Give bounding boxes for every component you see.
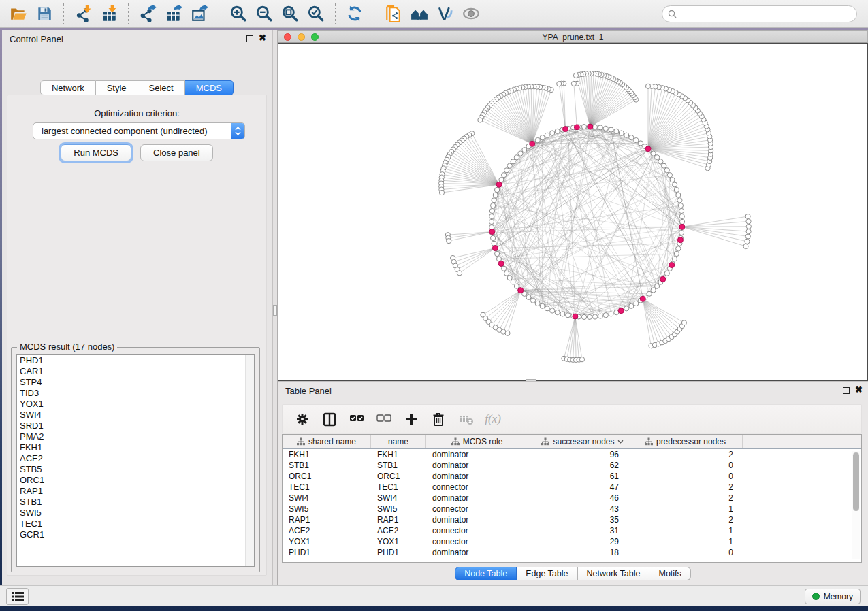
- mcds-result-item[interactable]: CAR1: [17, 366, 254, 377]
- tab-network[interactable]: Network: [40, 80, 96, 95]
- cell-MCDS-role: dominator: [426, 547, 528, 558]
- mcds-result-item[interactable]: PMA2: [17, 431, 254, 442]
- column-header-name[interactable]: name: [371, 435, 426, 448]
- mcds-result-item[interactable]: STP4: [17, 377, 254, 388]
- cell-successor-nodes: 96: [528, 449, 628, 460]
- tab-edge-table[interactable]: Edge Table: [517, 567, 577, 580]
- zoom-selected-icon: [307, 5, 325, 22]
- table-panel-close-icon[interactable]: ✖: [855, 384, 863, 395]
- memory-status-icon: [812, 593, 820, 600]
- cell-predecessor-nodes: 0: [628, 471, 743, 482]
- table-row[interactable]: PHD1PHD1dominator180: [283, 547, 861, 558]
- tab-select[interactable]: Select: [138, 80, 185, 95]
- mcds-result-item[interactable]: TID3: [17, 388, 254, 399]
- column-header-shared-name[interactable]: shared name: [283, 435, 371, 448]
- task-history-button[interactable]: [6, 588, 29, 605]
- cell-shared-name: PHD1: [283, 547, 371, 558]
- search-icon: [668, 10, 677, 18]
- sort-chevron-icon: [617, 440, 624, 444]
- mcds-result-item[interactable]: STB5: [17, 464, 254, 475]
- table-row[interactable]: FKH1FKH1dominator962: [283, 449, 861, 460]
- toolbar-separator: [219, 3, 219, 24]
- table-row[interactable]: ORC1ORC1dominator610: [283, 471, 861, 482]
- first-neighbors-button[interactable]: [406, 2, 432, 25]
- mcds-tab-content: Optimization criterion: largest connecte…: [7, 95, 267, 576]
- mcds-result-item[interactable]: SWI4: [17, 410, 254, 420]
- table-scrollbar[interactable]: [852, 451, 860, 559]
- import-table-button[interactable]: [96, 2, 122, 25]
- graphics-details-eye-button[interactable]: [458, 2, 484, 25]
- mcds-result-item[interactable]: ORC1: [17, 475, 254, 486]
- refresh-layout-button[interactable]: [342, 2, 368, 25]
- select-all-columns-button[interactable]: [347, 409, 367, 429]
- vizmapper-toggle-button[interactable]: [432, 2, 458, 25]
- optimization-criterion-select[interactable]: largest connected component (undirected): [33, 122, 245, 139]
- vertical-splitter-grip[interactable]: [273, 305, 277, 316]
- mcds-result-list[interactable]: PHD1CAR1STP4TID3YOX1SWI4SRD1PMA2FKH1ACE2…: [16, 354, 255, 567]
- table-panel: Table Panel ✖ f(x) shared namenameMCDS r…: [278, 381, 868, 585]
- mcds-result-item[interactable]: SWI5: [17, 508, 254, 518]
- table-row[interactable]: ACE2ACE2connector311: [283, 525, 861, 536]
- tab-motifs[interactable]: Motifs: [649, 567, 690, 580]
- column-type-icon: [297, 437, 305, 446]
- mcds-result-item[interactable]: RAP1: [17, 486, 254, 497]
- close-panel-button[interactable]: Close panel: [140, 144, 213, 161]
- mcds-result-item[interactable]: FKH1: [17, 442, 254, 453]
- add-column-button[interactable]: [401, 409, 421, 429]
- delete-columns-icon: [431, 412, 446, 427]
- zoom-fit-button[interactable]: [277, 2, 303, 25]
- mcds-result-item[interactable]: PHD1: [17, 355, 254, 366]
- export-image-button[interactable]: [187, 2, 212, 25]
- mcds-result-item[interactable]: GCR1: [17, 529, 254, 540]
- zoom-selected-button[interactable]: [303, 2, 329, 25]
- tab-network-table[interactable]: Network Table: [578, 567, 650, 580]
- table-row[interactable]: SWI5SWI5connector431: [283, 503, 861, 514]
- split-panel-button[interactable]: [319, 409, 340, 429]
- column-header-MCDS-role[interactable]: MCDS role: [426, 435, 528, 448]
- cell-name: ACE2: [371, 525, 426, 536]
- export-network-button[interactable]: [135, 2, 161, 25]
- tab-style[interactable]: Style: [96, 80, 138, 95]
- search-input[interactable]: [680, 10, 851, 19]
- memory-button[interactable]: Memory: [805, 589, 861, 604]
- table-row[interactable]: YOX1YOX1connector291: [283, 536, 861, 547]
- tab-mcds[interactable]: MCDS: [185, 80, 234, 95]
- control-panel-float-icon[interactable]: [246, 35, 253, 42]
- mcds-result-item[interactable]: YOX1: [17, 399, 254, 410]
- new-network-from-selection-button[interactable]: [381, 2, 406, 25]
- network-graph[interactable]: [278, 44, 867, 380]
- import-network-button[interactable]: [70, 2, 96, 25]
- node-table: shared namenameMCDS rolesuccessor nodesp…: [282, 434, 862, 563]
- split-panel-icon: [322, 412, 337, 427]
- tab-node-table[interactable]: Node Table: [455, 567, 517, 580]
- table-panel-float-icon[interactable]: [843, 387, 850, 394]
- column-type-icon: [541, 437, 549, 446]
- cell-name: SWI5: [371, 503, 426, 514]
- mcds-list-scrollbar[interactable]: [245, 355, 254, 566]
- open-file-button[interactable]: [5, 2, 31, 25]
- run-mcds-button[interactable]: Run MCDS: [61, 144, 131, 161]
- column-header-successor-nodes[interactable]: successor nodes: [528, 435, 628, 448]
- mcds-result-item[interactable]: ACE2: [17, 453, 254, 464]
- column-header-predecessor-nodes[interactable]: predecessor nodes: [628, 435, 743, 448]
- column-settings-gear-button[interactable]: [292, 409, 312, 429]
- network-canvas[interactable]: [278, 43, 868, 381]
- delete-columns-button[interactable]: [428, 409, 449, 429]
- vertical-splitter[interactable]: [272, 30, 278, 585]
- control-panel-close-icon[interactable]: ✖: [259, 33, 266, 43]
- export-table-button[interactable]: [161, 2, 187, 25]
- table-row[interactable]: STB1STB1dominator620: [283, 460, 861, 471]
- zoom-out-button[interactable]: [251, 2, 277, 25]
- table-row[interactable]: RAP1RAP1dominator352: [283, 514, 861, 525]
- save-session-button[interactable]: [31, 2, 57, 25]
- mcds-result-item[interactable]: STB1: [17, 497, 254, 508]
- deselect-all-columns-button[interactable]: [374, 409, 394, 429]
- table-bottom-tabs: Node TableEdge TableNetwork TableMotifs: [278, 567, 868, 580]
- table-row[interactable]: SWI4SWI4dominator462: [283, 493, 861, 503]
- table-row[interactable]: TEC1TEC1connector472: [283, 482, 861, 493]
- table-scrollbar-thumb[interactable]: [853, 452, 859, 511]
- memory-label: Memory: [824, 592, 853, 601]
- mcds-result-item[interactable]: TEC1: [17, 518, 254, 529]
- zoom-in-button[interactable]: [225, 2, 251, 25]
- mcds-result-item[interactable]: SRD1: [17, 420, 254, 431]
